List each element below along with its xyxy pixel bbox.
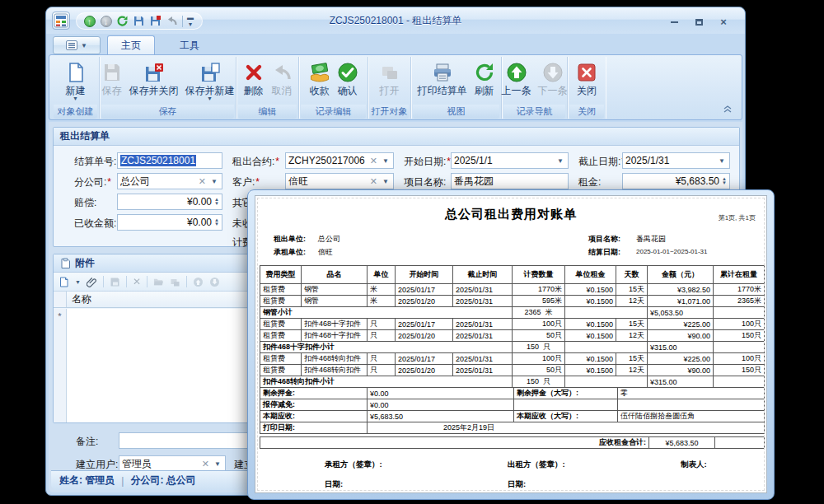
open-attachment-icon[interactable] <box>170 277 180 287</box>
table-cell: 100只 <box>714 353 765 365</box>
contract-combo[interactable]: ZCHY250217006 ✕ ▼ <box>285 152 394 169</box>
table-row: 租赁费 扣件468转向扣件 只 2025/01/17 2025/01/31 10… <box>260 353 765 365</box>
tab-tools[interactable]: 工具 <box>166 35 213 55</box>
refresh-button[interactable]: 刷新 <box>471 58 498 96</box>
save-close-button[interactable]: 保存并关闭 <box>127 58 181 96</box>
deposit-label: 剩余押金: <box>260 388 368 399</box>
table-cell: 只 <box>368 365 396 376</box>
print-settlement-button[interactable]: 打印结算单 <box>415 58 470 96</box>
end-date-picker[interactable]: 2025/1/31 ▼ <box>622 152 730 169</box>
table-cell: 钢管 <box>302 296 368 307</box>
close-window-button[interactable]: × <box>715 16 732 28</box>
cancel-button[interactable]: 取消 <box>269 58 295 96</box>
application-menu-button[interactable]: ▼ <box>53 36 101 54</box>
toolbar-separator <box>147 276 147 287</box>
chevron-down-icon[interactable]: ▼ <box>213 460 222 468</box>
branch-combo[interactable]: 总公司 ✕ ▼ <box>117 173 222 189</box>
lessee-value: 倍旺 <box>318 247 333 258</box>
received-field[interactable]: ¥0.00 ▲▼ <box>117 214 222 231</box>
date-label-2: 日期: <box>508 479 526 490</box>
save-new-button[interactable]: 保存并新建 ▼ <box>183 58 237 101</box>
save-disk-icon <box>101 60 123 85</box>
column-header: 费用类型 <box>260 266 302 284</box>
delete-attachment-icon[interactable]: ✕ <box>133 276 141 287</box>
compensation-label: 赔偿: <box>74 196 96 210</box>
settle-no-field[interactable]: ZCJS250218001 <box>117 152 222 169</box>
column-header: 金额（元） <box>648 266 714 284</box>
name-column-header[interactable]: 名称 <box>67 292 256 307</box>
chevron-down-icon[interactable]: ▼ <box>209 178 219 185</box>
preparer-label: 制表人: <box>681 460 707 470</box>
start-date-picker[interactable]: 2025/1/1 ▼ <box>451 152 569 169</box>
table-header-row: 费用类型 品名 单位 开始时间 截止时间 计费数量 单位租金 天数 金额（元） … <box>260 266 765 284</box>
subtotal-amount: ¥5,053.50 <box>648 307 714 319</box>
clear-icon[interactable]: ✕ <box>199 459 213 469</box>
customer-combo[interactable]: 倍旺 ✕ ▼ <box>285 173 394 189</box>
move-up-icon[interactable] <box>193 277 204 287</box>
minimize-button[interactable] <box>666 16 682 28</box>
table-cell: 50只 <box>513 365 565 376</box>
previous-record-button[interactable]: 上一条 <box>499 58 534 96</box>
up-circle-icon <box>506 60 527 85</box>
delete-button[interactable]: 删除 <box>241 58 267 96</box>
toolbar-separator <box>103 276 104 287</box>
next-record-button[interactable]: 下一条 <box>536 58 570 96</box>
tab-home[interactable]: 主页 <box>107 35 155 55</box>
ribbon-group-label: 对象创建 <box>54 105 97 119</box>
chevron-down-icon[interactable]: ▼ <box>717 157 727 165</box>
maximize-button[interactable] <box>691 16 707 28</box>
spinner-icon[interactable]: ▲▼ <box>719 177 727 185</box>
summary-row: 本期应收: ¥5,683.50 本期应收（大写）: 伍仟陆佰捌拾叁圆伍角 <box>260 411 765 422</box>
receive-payment-button[interactable]: 收款 <box>307 58 333 96</box>
due-cap-value: 伍仟陆佰捌拾叁圆伍角 <box>618 411 765 422</box>
period-label: 结算日期: <box>588 247 620 258</box>
confirm-button[interactable]: 确认 <box>335 58 361 96</box>
clear-icon[interactable]: ✕ <box>367 176 381 187</box>
spinner-icon[interactable]: ▲▼ <box>212 218 219 226</box>
lessor-sign-label: 出租方（签章）: <box>508 460 565 470</box>
rent-label: 租金: <box>578 175 601 189</box>
column-header: 截止时间 <box>453 266 513 284</box>
table-cell: 租赁费 <box>260 319 302 330</box>
close-box-icon <box>576 60 597 85</box>
open-button[interactable]: 打开 <box>377 58 403 96</box>
collapse-ribbon-icon[interactable] <box>723 101 732 116</box>
creator-combo[interactable]: 管理员 ✕ ▼ <box>119 455 226 472</box>
down-circle-icon <box>542 60 564 85</box>
period-value: 2025-01-01~2025-01-31 <box>636 248 708 255</box>
table-cell: 2025/01/31 <box>453 319 513 330</box>
spinner-icon[interactable]: ▲▼ <box>212 198 219 206</box>
chevron-down-icon: ▼ <box>81 42 87 49</box>
subtotal-amount: ¥315.00 <box>648 376 714 388</box>
table-cell: 租赁费 <box>260 296 302 307</box>
chevron-down-icon[interactable]: ▼ <box>75 279 81 285</box>
rent-field[interactable]: ¥5,683.50 ▲▼ <box>622 173 730 189</box>
open-folder-icon[interactable] <box>153 277 164 287</box>
save-attachment-icon[interactable] <box>110 277 120 287</box>
clear-icon[interactable]: ✕ <box>195 176 209 187</box>
move-down-icon[interactable] <box>209 277 220 287</box>
table-cell: 2025/01/20 <box>396 330 453 342</box>
subtotal-label: 钢管小计 <box>260 307 513 319</box>
new-row-marker: * <box>54 309 66 321</box>
chevron-down-icon[interactable]: ▼ <box>381 178 391 185</box>
summary-row: 打印日期: 2025年2月19日 <box>260 422 765 434</box>
save-button[interactable]: 保存 <box>99 58 125 96</box>
column-header: 计费数量 <box>513 266 565 284</box>
compensation-field[interactable]: ¥0.00 ▲▼ <box>117 194 222 210</box>
table-cell: 1770米 <box>714 284 765 296</box>
table-cell: 租赁费 <box>260 353 302 365</box>
paperclip-icon[interactable] <box>87 277 97 287</box>
table-cell: 50只 <box>513 330 565 342</box>
new-attachment-icon[interactable] <box>59 277 69 287</box>
clear-icon[interactable]: ✕ <box>367 156 381 166</box>
chevron-down-icon[interactable]: ▼ <box>555 157 565 165</box>
chevron-down-icon[interactable]: ▼ <box>381 157 391 165</box>
project-field[interactable]: 番禺花园 <box>451 173 569 189</box>
new-button[interactable]: 新建 ▼ <box>63 58 89 101</box>
money-hand-icon <box>309 60 330 85</box>
table-cell: 100只 <box>714 319 765 330</box>
close-form-button[interactable]: 关闭 <box>574 58 600 96</box>
toolbar-separator <box>186 276 187 287</box>
delete-x-icon <box>243 60 265 85</box>
